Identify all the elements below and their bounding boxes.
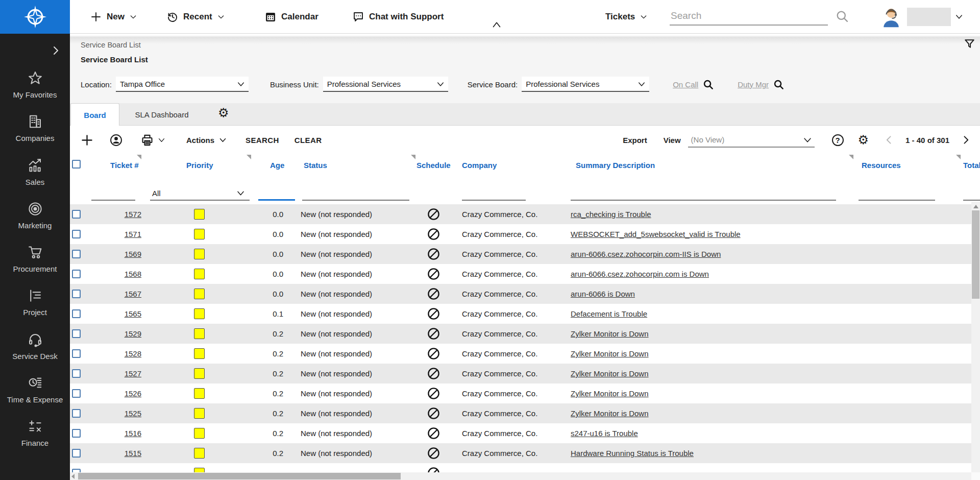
ticket-link[interactable]: 1515: [125, 449, 141, 458]
ticket-link[interactable]: 1529: [125, 329, 141, 338]
row-checkbox[interactable]: [72, 329, 81, 338]
status-filter-input[interactable]: [302, 187, 409, 201]
company-filter-input[interactable]: [462, 187, 526, 201]
add-ticket-button[interactable]: [80, 133, 94, 147]
tab-sla-dashboard[interactable]: SLA Dashboard: [126, 103, 198, 126]
summary-link[interactable]: Zylker Monitor is Down: [571, 349, 649, 358]
summary-link[interactable]: WEBSOCKET_add_5swebsocket_valid is Troub…: [571, 230, 741, 238]
chat-with-support-button[interactable]: Chat with Support: [352, 0, 444, 34]
search-icon[interactable]: [835, 9, 849, 23]
summary-link[interactable]: Hardware Running Status is Trouble: [571, 449, 694, 458]
ticket-link[interactable]: 1527: [125, 369, 141, 378]
no-schedule-icon[interactable]: [427, 387, 440, 400]
column-header-priority[interactable]: Priority: [141, 161, 251, 170]
sidebar-item-finance[interactable]: Finance: [0, 419, 70, 448]
no-schedule-icon[interactable]: [427, 426, 440, 440]
row-checkbox[interactable]: [72, 230, 81, 238]
resources-filter-input[interactable]: [859, 187, 935, 201]
summary-link[interactable]: Zylker Monitor is Down: [571, 409, 649, 418]
business-unit-select[interactable]: Professional Services: [323, 77, 448, 92]
sidebar-item-project[interactable]: Project: [0, 288, 70, 318]
column-grip[interactable]: [137, 155, 141, 159]
horizontal-scrollbar[interactable]: [70, 472, 971, 480]
app-logo[interactable]: [0, 0, 70, 34]
ticket-link[interactable]: 1526: [125, 389, 141, 398]
no-schedule-icon[interactable]: [427, 227, 440, 241]
summary-link[interactable]: arun-6066.csez.zohocorpin.com-IIS is Dow…: [571, 250, 721, 258]
ticket-link[interactable]: 1565: [125, 309, 141, 318]
pagination-prev-icon[interactable]: [884, 134, 894, 146]
column-header-summary[interactable]: Summary Description: [566, 161, 853, 170]
row-checkbox[interactable]: [72, 309, 81, 318]
row-checkbox[interactable]: [72, 409, 81, 418]
column-header-resources[interactable]: Resources: [853, 161, 961, 170]
summary-link[interactable]: rca_checking is Trouble: [571, 210, 651, 219]
settings-gear-icon[interactable]: ⚙: [858, 134, 869, 146]
select-all-checkbox[interactable]: [72, 160, 81, 169]
summary-link[interactable]: Zylker Monitor is Down: [571, 389, 649, 398]
ticket-link[interactable]: 1568: [125, 270, 141, 278]
no-schedule-icon[interactable]: [427, 287, 440, 301]
column-header-total-hours[interactable]: Total H: [961, 161, 980, 170]
ticket-link[interactable]: 1571: [125, 230, 141, 238]
summary-link[interactable]: Zylker Monitor is Down: [571, 329, 649, 338]
sidebar-item-procurement[interactable]: Procurement: [0, 245, 70, 274]
vertical-scrollbar-thumb[interactable]: [972, 210, 979, 299]
calendar-button[interactable]: Calendar: [264, 0, 318, 34]
location-select[interactable]: Tampa Office: [116, 77, 249, 92]
row-checkbox[interactable]: [72, 389, 81, 398]
user-name-box[interactable]: [907, 8, 951, 26]
sidebar-item-service-desk[interactable]: Service Desk: [0, 332, 70, 362]
summary-link[interactable]: arun-6066 is Down: [571, 290, 635, 298]
new-menu-button[interactable]: New: [90, 0, 137, 34]
ticket-link[interactable]: 1569: [125, 250, 141, 258]
row-checkbox[interactable]: [72, 270, 81, 278]
no-schedule-icon[interactable]: [427, 267, 440, 281]
row-checkbox[interactable]: [72, 349, 81, 358]
clear-button[interactable]: CLEAR: [295, 136, 322, 145]
contact-view-button[interactable]: [109, 133, 123, 147]
no-schedule-icon[interactable]: [427, 307, 440, 321]
search-scope-dropdown[interactable]: Tickets: [605, 0, 648, 34]
service-board-select[interactable]: Professional Services: [522, 77, 649, 92]
sidebar-item-sales[interactable]: Sales: [0, 158, 70, 187]
row-checkbox[interactable]: [72, 210, 81, 219]
view-select[interactable]: (No View): [688, 132, 815, 148]
tab-settings-gear-icon[interactable]: ⚙: [218, 107, 229, 119]
summary-link[interactable]: Zylker Monitor is Down: [571, 369, 649, 378]
collapse-toolbar-chevron[interactable]: [491, 19, 502, 29]
no-schedule-icon[interactable]: [427, 327, 440, 341]
column-header-company[interactable]: Company: [457, 161, 566, 170]
scroll-up-arrow[interactable]: [973, 205, 978, 208]
vertical-scrollbar[interactable]: [971, 202, 980, 472]
column-header-schedule[interactable]: Schedule: [415, 161, 457, 170]
user-menu-chevron-icon[interactable]: [953, 12, 965, 21]
help-icon[interactable]: ?: [832, 134, 844, 146]
sidebar-expand-chevron[interactable]: [50, 44, 62, 57]
total-hours-filter-input[interactable]: [963, 187, 980, 201]
export-button[interactable]: Export: [623, 136, 647, 145]
row-checkbox[interactable]: [72, 449, 81, 458]
no-schedule-icon[interactable]: [427, 207, 440, 221]
column-grip[interactable]: [411, 155, 415, 159]
sidebar-item-time-expense[interactable]: Time & Expense: [0, 375, 70, 405]
scroll-left-arrow[interactable]: [71, 474, 75, 479]
row-checkbox[interactable]: [72, 250, 81, 258]
user-avatar[interactable]: [880, 6, 902, 28]
tab-board[interactable]: Board: [70, 103, 119, 126]
ticket-link[interactable]: 1525: [125, 409, 141, 418]
ticket-link[interactable]: 1528: [125, 349, 141, 358]
no-schedule-icon[interactable]: [427, 406, 440, 420]
sidebar-item-companies[interactable]: Companies: [0, 114, 70, 143]
column-header-status[interactable]: Status: [296, 161, 415, 170]
sidebar-item-my-favorites[interactable]: My Favorites: [0, 70, 70, 100]
age-filter-input[interactable]: [258, 187, 295, 201]
column-grip[interactable]: [849, 155, 853, 159]
priority-filter-select[interactable]: All: [150, 186, 250, 201]
filter-funnel-icon[interactable]: [963, 38, 976, 51]
row-checkbox[interactable]: [72, 429, 81, 438]
recent-menu-button[interactable]: Recent: [166, 0, 225, 34]
column-grip[interactable]: [956, 155, 961, 159]
ticket-filter-input[interactable]: [91, 187, 135, 201]
ticket-link[interactable]: 1572: [125, 210, 141, 219]
